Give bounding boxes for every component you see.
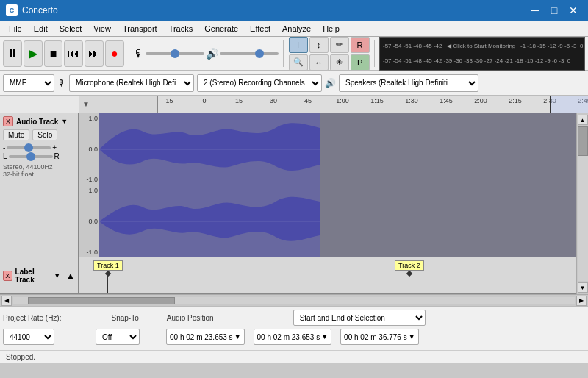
waveform-lower: 1.0 0.0 -1.0 bbox=[79, 185, 576, 257]
selection-end-dropdown[interactable]: ▼ bbox=[409, 333, 415, 340]
label-1-line bbox=[107, 276, 108, 293]
timeline-header: ▼ bbox=[79, 96, 158, 113]
channels-select[interactable]: 2 (Stereo) Recording Channels bbox=[197, 74, 322, 92]
toolbar1: ⏸ ▶ ■ ⏮ ⏭ ● 🎙 🔊 I ↕ ✏ R 🔍 ↔ ✳ P -57 -54 … bbox=[0, 37, 588, 71]
audio-position-value[interactable]: 00 h 02 m 23.653 s ▼ bbox=[166, 329, 245, 345]
ruler-label-100: 1:00 bbox=[336, 97, 349, 104]
audio-track-name: Audio Track bbox=[16, 118, 58, 126]
selection-mode-select[interactable]: Start and End of Selection bbox=[293, 310, 426, 326]
project-rate-label: Project Rate (Hz): bbox=[3, 314, 61, 322]
pause-button[interactable]: ⏸ bbox=[3, 40, 22, 67]
draw-tool[interactable]: ✏ bbox=[330, 37, 349, 53]
ruler-label-145: 1:45 bbox=[440, 97, 453, 104]
pan-slider[interactable] bbox=[9, 155, 53, 158]
maximize-button[interactable]: □ bbox=[545, 3, 563, 18]
ruler-label-neg15: -15 bbox=[163, 97, 173, 104]
next-button[interactable]: ⏭ bbox=[85, 40, 104, 67]
selection-end-value[interactable]: 00 h 02 m 36.776 s ▼ bbox=[340, 329, 419, 345]
audio-track-close[interactable]: X bbox=[3, 116, 13, 126]
menu-edit[interactable]: Edit bbox=[28, 23, 54, 35]
gain-minus: - bbox=[3, 143, 5, 151]
record-meter-btn[interactable]: R bbox=[351, 37, 370, 53]
level-meters: -57 -54 -51 -48 -45 -42 ◀ Click to Start… bbox=[379, 37, 585, 71]
audio-waveform[interactable]: 1.0 0.0 -1.0 bbox=[79, 113, 576, 257]
solo-button[interactable]: Solo bbox=[32, 129, 57, 140]
play-button[interactable]: ▶ bbox=[24, 40, 43, 67]
label-track-close[interactable]: X bbox=[3, 271, 12, 281]
menu-help[interactable]: Help bbox=[317, 23, 345, 35]
timeline: ▼ -15 0 15 30 45 1:00 1:15 1:30 1:45 2:0… bbox=[0, 96, 588, 113]
menu-tracks[interactable]: Tracks bbox=[163, 23, 199, 35]
vscroll-up-btn[interactable]: ▲ bbox=[578, 115, 588, 125]
label-1: Track 1 bbox=[93, 260, 123, 293]
y-label-mid2: 0.0 bbox=[80, 218, 98, 225]
label-1-diamond bbox=[105, 271, 111, 277]
prev-button[interactable]: ⏮ bbox=[64, 40, 83, 67]
hscroll-right-btn[interactable]: ▶ bbox=[576, 296, 587, 306]
close-button[interactable]: ✕ bbox=[564, 3, 582, 18]
record-button[interactable]: ● bbox=[105, 40, 124, 67]
select-tool[interactable]: I bbox=[289, 37, 308, 53]
vscroll-down-btn[interactable]: ▼ bbox=[578, 282, 588, 293]
vscroll-thumb[interactable] bbox=[578, 126, 588, 156]
ruler-label-215: 2:15 bbox=[509, 97, 522, 104]
stop-button[interactable]: ■ bbox=[44, 40, 63, 67]
menu-view[interactable]: View bbox=[87, 23, 117, 35]
project-rate-select[interactable]: 44100 bbox=[3, 329, 54, 345]
track-header-top: X Audio Track ▼ bbox=[3, 116, 75, 126]
timeshift-tool[interactable]: ↔ bbox=[309, 54, 329, 71]
label-2-diamond bbox=[406, 271, 412, 277]
meter-scale-top: -57 -54 -51 -48 -45 -42 ◀ Click to Start… bbox=[383, 43, 583, 49]
audio-position-dropdown[interactable]: ▼ bbox=[234, 333, 241, 340]
vscroll-track[interactable] bbox=[578, 126, 588, 281]
mic-gain-slider[interactable] bbox=[146, 52, 204, 55]
pan-l-label: L bbox=[3, 152, 7, 160]
gain-slider[interactable] bbox=[7, 146, 51, 149]
envelope-tool[interactable]: ↕ bbox=[309, 37, 329, 53]
label-waveform[interactable]: Track 1 Track 2 bbox=[79, 257, 576, 293]
host-select[interactable]: MME bbox=[3, 74, 54, 92]
selection-start-value[interactable]: 00 h 02 m 23.653 s ▼ bbox=[254, 329, 332, 345]
label-track-dropdown[interactable]: ▼ bbox=[54, 272, 60, 279]
label-track: X Label Track ▼ ▲ Track 1 Track 2 bbox=[0, 257, 576, 294]
speaker-gain-slider[interactable] bbox=[220, 52, 279, 55]
waveform-upper: 1.0 0.0 -1.0 bbox=[79, 113, 576, 185]
menu-effect[interactable]: Effect bbox=[244, 23, 276, 35]
mute-button[interactable]: Mute bbox=[3, 129, 29, 140]
menu-transport[interactable]: Transport bbox=[117, 23, 163, 35]
menu-generate[interactable]: Generate bbox=[198, 23, 244, 35]
play-meter-btn[interactable]: P bbox=[351, 54, 370, 71]
speaker-icon: 🔊 bbox=[206, 48, 218, 60]
zoom-tool[interactable]: 🔍 bbox=[289, 54, 308, 71]
microphone-select[interactable]: Microphone (Realtek High Defi bbox=[69, 74, 194, 92]
menu-analyze[interactable]: Analyze bbox=[276, 23, 317, 35]
minimize-button[interactable]: ─ bbox=[526, 3, 544, 18]
label-track-expand[interactable]: ▲ bbox=[66, 271, 75, 281]
hscroll-thumb[interactable] bbox=[28, 297, 175, 304]
vscrollbar: ▲ ▼ bbox=[576, 113, 588, 294]
hscroll-track[interactable] bbox=[13, 297, 575, 304]
speaker-select[interactable]: Speakers (Realtek High Definiti bbox=[339, 74, 478, 92]
timeline-ruler[interactable]: -15 0 15 30 45 1:00 1:15 1:30 1:45 2:00 … bbox=[158, 96, 588, 113]
snap-to-select[interactable]: Off bbox=[96, 329, 140, 345]
menu-file[interactable]: File bbox=[3, 23, 28, 35]
hscroll-left-btn[interactable]: ◀ bbox=[1, 296, 12, 306]
label-1-text: Track 1 bbox=[93, 260, 123, 271]
audio-track-dropdown-arrow[interactable]: ▼ bbox=[61, 118, 68, 125]
statusbar-row1: Project Rate (Hz): Snap-To Audio Positio… bbox=[3, 310, 585, 326]
pan-r-label: R bbox=[54, 152, 60, 160]
titlebar-controls: ─ □ ✕ bbox=[526, 3, 582, 18]
ruler-label-115: 1:15 bbox=[370, 97, 384, 104]
separator1 bbox=[129, 40, 129, 67]
multi-tool[interactable]: ✳ bbox=[330, 54, 349, 71]
status-text: Stopped. bbox=[6, 353, 35, 361]
snap-to-label: Snap-To bbox=[111, 314, 138, 322]
mic-icon: 🎙 bbox=[134, 48, 144, 60]
selection-start-dropdown[interactable]: ▼ bbox=[321, 333, 328, 340]
meter-row-bottom: -57 -54 -51 -48 -45 -42 -39 -36 -33 -30 … bbox=[383, 54, 581, 68]
menubar: File Edit Select View Transport Tracks G… bbox=[0, 21, 588, 37]
menu-select[interactable]: Select bbox=[54, 23, 88, 35]
gain-row: - + bbox=[3, 143, 75, 151]
ruler-label-200: 2:00 bbox=[474, 97, 487, 104]
track-info: Stereo, 44100Hz 32-bit float bbox=[3, 163, 75, 178]
